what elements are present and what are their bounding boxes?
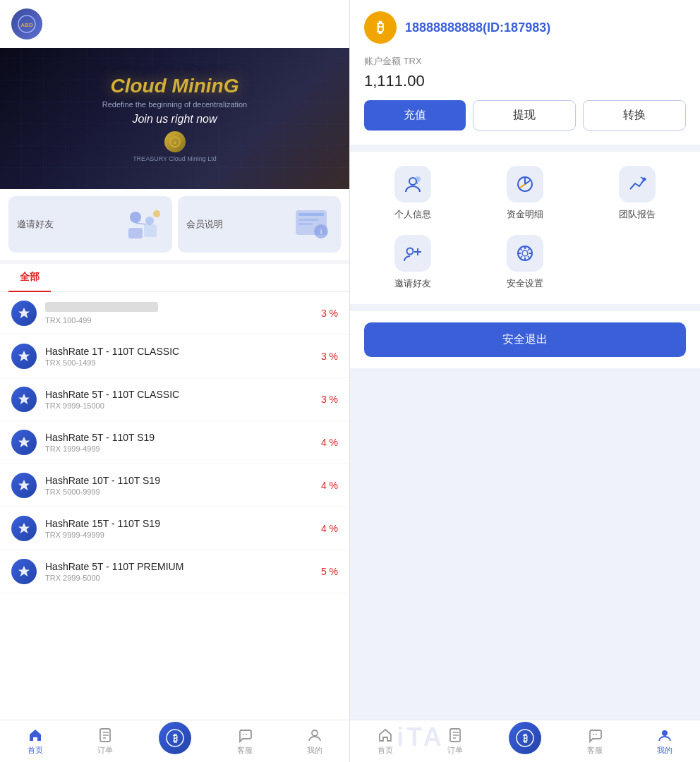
nav-item-home-right[interactable]: 首页 [350, 727, 420, 756]
svg-line-38 [520, 248, 522, 250]
product-rate-6: 4 % [321, 523, 338, 534]
table-row[interactable]: HashRate 5T - 110T S19 TRX 1999-4999 4 % [0, 421, 349, 464]
product-icon-2 [11, 344, 37, 369]
menu-item-person-info[interactable]: 个人信息 [364, 166, 462, 221]
svg-text:★: ★ [173, 140, 177, 145]
right-bottom-nav: 首页 订单 ₿ 客服 我的 iTA [350, 720, 700, 762]
svg-text:₿: ₿ [172, 732, 177, 744]
account-balance: 1,111.00 [364, 72, 686, 90]
svg-rect-12 [298, 219, 318, 221]
nav-item-home-left[interactable]: 首页 [0, 727, 70, 756]
svg-line-40 [528, 248, 530, 250]
product-name-3: HashRate 5T - 110T CLASSIC [45, 389, 321, 400]
app-logo: ABD [11, 8, 42, 40]
svg-line-9 [135, 223, 146, 224]
logout-button[interactable]: 安全退出 [364, 322, 686, 357]
product-name-5: HashRate 10T - 110T S19 [45, 475, 321, 486]
invite-card-label: 邀请好友 [17, 218, 54, 231]
member-card[interactable]: 会员说明 i [178, 196, 342, 253]
user-info-row: ₿ 18888888888(ID:187983) [364, 11, 686, 44]
account-label: 账户金额 TRX [364, 55, 686, 68]
spacer [350, 368, 700, 720]
menu-item-team-report[interactable]: 团队报告 [588, 166, 686, 221]
nav-item-user-left[interactable]: 我的 [279, 727, 349, 756]
svg-line-41 [520, 256, 522, 258]
svg-rect-7 [144, 224, 157, 237]
menu-label-fund-detail: 资金明细 [507, 208, 543, 221]
home-icon [28, 727, 43, 743]
product-rate-4: 4 % [321, 437, 338, 448]
product-info-6: HashRate 15T - 110T S19 TRX 9999-49999 [45, 518, 321, 539]
table-row[interactable]: TRX 100-499 3 % [0, 292, 349, 335]
product-name-4: HashRate 5T - 110T S19 [45, 432, 321, 443]
nav-label-order-left: 订单 [97, 745, 113, 756]
table-row[interactable]: HashRate 15T - 110T S19 TRX 9999-49999 4… [0, 507, 349, 550]
product-icon-5 [11, 473, 37, 498]
nav-label-chat-right: 客服 [587, 745, 603, 756]
nav-item-order-right[interactable]: 订单 [420, 727, 490, 756]
menu-item-security[interactable]: 安全设置 [476, 235, 574, 290]
user-id: 18888888888(ID:187983) [405, 20, 550, 35]
invite-card[interactable]: 邀请好友 [8, 196, 172, 253]
svg-point-24 [312, 730, 318, 736]
product-rate-3: 3 % [321, 394, 338, 405]
menu-item-invite-friend[interactable]: 邀请好友 [364, 235, 462, 290]
products-section: 全部 TRX 100-499 3 % HashRate 1 [0, 264, 349, 720]
product-info-1: TRX 100-499 [45, 302, 321, 325]
logout-section: 安全退出 [350, 311, 700, 368]
nav-label-home-left: 首页 [28, 745, 43, 756]
svg-rect-13 [298, 223, 313, 225]
banner-join: Join us right now [132, 113, 217, 126]
product-range-3: TRX 9999-15000 [45, 401, 321, 410]
product-icon-4 [11, 430, 37, 455]
product-name-6: HashRate 15T - 110T S19 [45, 518, 321, 529]
banner-title: Cloud MininG [111, 75, 239, 97]
menu-label-team-report: 团队报告 [619, 208, 656, 221]
security-icon [507, 235, 543, 272]
nav-item-chat-right[interactable]: 客服 [560, 727, 630, 756]
product-info-4: HashRate 5T - 110T S19 TRX 1999-4999 [45, 432, 321, 453]
invite-illustration [121, 203, 164, 246]
svg-point-29 [407, 248, 414, 255]
left-header: ABD [0, 0, 349, 48]
svg-text:₿: ₿ [523, 732, 528, 744]
product-icon-6 [11, 516, 37, 541]
menu-grid: 个人信息 资金明细 团队报告 [350, 152, 700, 304]
user-icon [657, 727, 672, 743]
svg-point-49 [596, 734, 597, 735]
table-row[interactable]: HashRate 10T - 110T S19 TRX 5000-9999 4 … [0, 464, 349, 507]
banner: Cloud MininG Redefine the beginning of d… [0, 48, 349, 189]
order-icon [97, 727, 113, 743]
product-range-4: TRX 1999-4999 [45, 445, 321, 453]
product-info-5: HashRate 10T - 110T S19 TRX 5000-9999 [45, 475, 321, 496]
product-rate-5: 4 % [321, 480, 338, 491]
svg-point-5 [145, 217, 154, 225]
product-range-1: TRX 100-499 [45, 316, 321, 325]
section-tabs: 全部 [0, 264, 349, 292]
menu-item-fund-detail[interactable]: 资金明细 [476, 166, 574, 221]
table-row[interactable]: HashRate 5T - 110T CLASSIC TRX 9999-1500… [0, 378, 349, 421]
svg-point-23 [246, 734, 247, 735]
nav-label-order-right: 订单 [447, 745, 463, 756]
nav-item-order-left[interactable]: 订单 [70, 727, 140, 756]
banner-subtitle: Redefine the beginning of decentralizati… [102, 100, 247, 109]
nav-item-btc-left[interactable]: ₿ [140, 722, 210, 761]
banner-bottom-text: TREASURY Cloud Mining Ltd [133, 155, 217, 162]
banner-logo: ★ [164, 131, 186, 152]
nav-item-btc-right[interactable]: ₿ [490, 722, 560, 761]
product-icon-7 [11, 559, 37, 584]
member-card-label: 会员说明 [186, 218, 223, 231]
convert-button[interactable]: 转换 [583, 100, 686, 131]
table-row[interactable]: HashRate 1T - 110T CLASSIC TRX 500-1499 … [0, 335, 349, 378]
table-row[interactable]: HashRate 5T - 110T PREMIUM TRX 2999-5000… [0, 550, 349, 593]
tab-all[interactable]: 全部 [8, 264, 51, 292]
nav-label-user-left: 我的 [307, 745, 322, 756]
product-icon-3 [11, 387, 37, 412]
menu-label-person-info: 个人信息 [394, 208, 431, 221]
menu-label-security: 安全设置 [507, 277, 543, 290]
nav-item-user-right[interactable]: 我的 [630, 727, 700, 756]
recharge-button[interactable]: 充值 [364, 100, 466, 131]
home-icon [378, 727, 393, 743]
nav-item-chat-left[interactable]: 客服 [210, 727, 279, 756]
withdraw-button[interactable]: 提现 [473, 100, 576, 131]
